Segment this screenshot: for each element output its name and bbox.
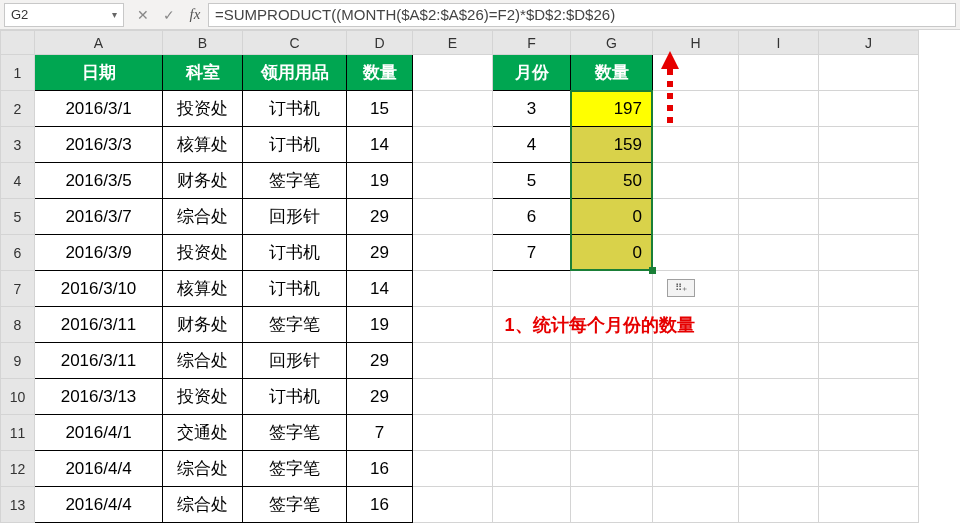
cell-D8[interactable]: 19 xyxy=(347,307,413,343)
cell-D3[interactable]: 14 xyxy=(347,127,413,163)
row-header-2[interactable]: 2 xyxy=(1,91,35,127)
cell-A12[interactable]: 2016/4/4 xyxy=(35,451,163,487)
cell-A9[interactable]: 2016/3/11 xyxy=(35,343,163,379)
cell-I7[interactable] xyxy=(739,271,819,307)
cell-B9[interactable]: 综合处 xyxy=(163,343,243,379)
cell-B12[interactable]: 综合处 xyxy=(163,451,243,487)
cell-C9[interactable]: 回形针 xyxy=(243,343,347,379)
cell-H1[interactable] xyxy=(653,55,739,91)
cell-E12[interactable] xyxy=(413,451,493,487)
row-header-8[interactable]: 8 xyxy=(1,307,35,343)
cell-E10[interactable] xyxy=(413,379,493,415)
cell-B11[interactable]: 交通处 xyxy=(163,415,243,451)
cell-G10[interactable] xyxy=(571,379,653,415)
cell-G5[interactable]: 0 xyxy=(571,199,653,235)
row-header-12[interactable]: 12 xyxy=(1,451,35,487)
cell-D10[interactable]: 29 xyxy=(347,379,413,415)
cell-I11[interactable] xyxy=(739,415,819,451)
cell-I3[interactable] xyxy=(739,127,819,163)
cell-B13[interactable]: 综合处 xyxy=(163,487,243,523)
cell-E13[interactable] xyxy=(413,487,493,523)
row-header-10[interactable]: 10 xyxy=(1,379,35,415)
row-header-11[interactable]: 11 xyxy=(1,415,35,451)
col-header-C[interactable]: C xyxy=(243,31,347,55)
cell-I9[interactable] xyxy=(739,343,819,379)
row-header-1[interactable]: 1 xyxy=(1,55,35,91)
cell-D9[interactable]: 29 xyxy=(347,343,413,379)
cell-E6[interactable] xyxy=(413,235,493,271)
cell-B10[interactable]: 投资处 xyxy=(163,379,243,415)
cell-H11[interactable] xyxy=(653,415,739,451)
cell-H6[interactable] xyxy=(653,235,739,271)
cell-J8[interactable] xyxy=(819,307,919,343)
col-header-D[interactable]: D xyxy=(347,31,413,55)
cell-G7[interactable] xyxy=(571,271,653,307)
cell-I2[interactable] xyxy=(739,91,819,127)
cell-G9[interactable] xyxy=(571,343,653,379)
cell-G11[interactable] xyxy=(571,415,653,451)
cell-A10[interactable]: 2016/3/13 xyxy=(35,379,163,415)
cell-B5[interactable]: 综合处 xyxy=(163,199,243,235)
cell-C13[interactable]: 签字笔 xyxy=(243,487,347,523)
cell-J3[interactable] xyxy=(819,127,919,163)
cell-E4[interactable] xyxy=(413,163,493,199)
cell-J6[interactable] xyxy=(819,235,919,271)
cell-E7[interactable] xyxy=(413,271,493,307)
cell-F1[interactable]: 月份 xyxy=(493,55,571,91)
cell-C3[interactable]: 订书机 xyxy=(243,127,347,163)
cell-A5[interactable]: 2016/3/7 xyxy=(35,199,163,235)
cell-F7[interactable] xyxy=(493,271,571,307)
cell-J4[interactable] xyxy=(819,163,919,199)
cell-G12[interactable] xyxy=(571,451,653,487)
col-header-I[interactable]: I xyxy=(739,31,819,55)
cell-J5[interactable] xyxy=(819,199,919,235)
row-header-7[interactable]: 7 xyxy=(1,271,35,307)
cell-I6[interactable] xyxy=(739,235,819,271)
col-header-F[interactable]: F xyxy=(493,31,571,55)
cell-A13[interactable]: 2016/4/4 xyxy=(35,487,163,523)
col-header-H[interactable]: H xyxy=(653,31,739,55)
cell-E11[interactable] xyxy=(413,415,493,451)
cell-C8[interactable]: 签字笔 xyxy=(243,307,347,343)
fx-icon[interactable]: fx xyxy=(182,3,208,27)
cell-H13[interactable] xyxy=(653,487,739,523)
cell-C6[interactable]: 订书机 xyxy=(243,235,347,271)
cell-B2[interactable]: 投资处 xyxy=(163,91,243,127)
cell-D5[interactable]: 29 xyxy=(347,199,413,235)
cell-F2[interactable]: 3 xyxy=(493,91,571,127)
cell-F3[interactable]: 4 xyxy=(493,127,571,163)
row-header-13[interactable]: 13 xyxy=(1,487,35,523)
cell-E2[interactable] xyxy=(413,91,493,127)
cell-D4[interactable]: 19 xyxy=(347,163,413,199)
cell-C12[interactable]: 签字笔 xyxy=(243,451,347,487)
col-header-A[interactable]: A xyxy=(35,31,163,55)
cell-E5[interactable] xyxy=(413,199,493,235)
cell-C2[interactable]: 订书机 xyxy=(243,91,347,127)
cell-H7[interactable] xyxy=(653,271,739,307)
cell-G13[interactable] xyxy=(571,487,653,523)
row-header-6[interactable]: 6 xyxy=(1,235,35,271)
cell-H10[interactable] xyxy=(653,379,739,415)
cell-F13[interactable] xyxy=(493,487,571,523)
cell-H2[interactable] xyxy=(653,91,739,127)
cell-A7[interactable]: 2016/3/10 xyxy=(35,271,163,307)
cell-B6[interactable]: 投资处 xyxy=(163,235,243,271)
cell-I4[interactable] xyxy=(739,163,819,199)
cell-D2[interactable]: 15 xyxy=(347,91,413,127)
cell-D12[interactable]: 16 xyxy=(347,451,413,487)
cell-E8[interactable] xyxy=(413,307,493,343)
cell-D11[interactable]: 7 xyxy=(347,415,413,451)
cell-I1[interactable] xyxy=(739,55,819,91)
cell-H4[interactable] xyxy=(653,163,739,199)
cell-C10[interactable]: 订书机 xyxy=(243,379,347,415)
row-header-3[interactable]: 3 xyxy=(1,127,35,163)
cell-J7[interactable] xyxy=(819,271,919,307)
col-header-J[interactable]: J xyxy=(819,31,919,55)
cell-J13[interactable] xyxy=(819,487,919,523)
cell-A2[interactable]: 2016/3/1 xyxy=(35,91,163,127)
cell-D1[interactable]: 数量 xyxy=(347,55,413,91)
cell-F6[interactable]: 7 xyxy=(493,235,571,271)
cell-J2[interactable] xyxy=(819,91,919,127)
cell-E1[interactable] xyxy=(413,55,493,91)
col-header-E[interactable]: E xyxy=(413,31,493,55)
